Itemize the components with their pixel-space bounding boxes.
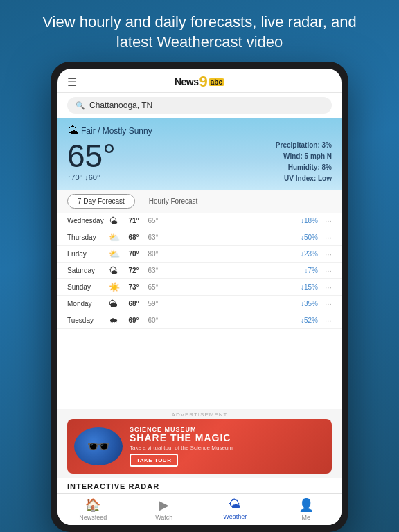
forecast-row[interactable]: Tuesday 🌧 69° 60° ↓52% ··· <box>57 312 342 329</box>
forecast-weather-icon: ☀️ <box>109 282 124 292</box>
bottom-nav: 🏠 Newsfeed ▶ Watch 🌤 Weather 👤 Me <box>57 493 342 525</box>
forecast-more-icon[interactable]: ··· <box>318 299 332 309</box>
tab-7day[interactable]: 7 Day Forecast <box>67 194 135 209</box>
tablet-device: ☰ News 9 abc 🔍 Chattanooga, TN 🌤 Fair / … <box>51 62 348 532</box>
watch-icon: ▶ <box>159 497 169 513</box>
forecast-weather-icon: ⛅ <box>109 249 124 259</box>
weather-condition-row: 🌤 Fair / Mostly Sunny <box>67 125 332 137</box>
wind-row: Wind: 5 mph N <box>276 151 332 162</box>
weather-condition-icon: 🌤 <box>67 125 78 137</box>
logo-abc-text: abc <box>209 78 224 86</box>
forecast-hi: 69° <box>124 317 143 324</box>
tab-hourly[interactable]: Hourly Forecast <box>142 194 205 209</box>
humidity-row: Humidity: 8% <box>276 162 332 173</box>
temp-low-val: ↓60° <box>85 173 100 181</box>
uv-row: UV Index: Low <box>276 173 332 184</box>
forecast-day: Monday <box>67 300 109 308</box>
app-logo: News 9 abc <box>175 74 224 89</box>
forecast-precip: ↓15% <box>293 283 318 291</box>
forecast-row[interactable]: Monday 🌥 68° 59° ↓35% ··· <box>57 296 342 312</box>
forecast-lo: 59° <box>143 300 163 308</box>
forecast-weather-icon: 🌤 <box>109 215 124 226</box>
tablet-screen: ☰ News 9 abc 🔍 Chattanooga, TN 🌤 Fair / … <box>57 69 342 525</box>
me-icon: 👤 <box>299 497 314 513</box>
forecast-day: Wednesday <box>67 217 109 224</box>
humidity-value: 8% <box>322 163 332 171</box>
forecast-weather-icon: 🌧 <box>109 315 124 326</box>
forecast-lo: 65° <box>143 217 163 224</box>
forecast-lo: 60° <box>143 317 163 324</box>
ad-banner[interactable]: 🕶️ SCIENCE MUSEUM SHARE THE MAGIC Take a… <box>67 419 332 474</box>
nav-item-watch[interactable]: ▶ Watch <box>129 497 200 521</box>
ad-headline: SHARE THE MAGIC <box>130 433 325 443</box>
wind-value: 5 mph N <box>305 152 332 160</box>
forecast-lo: 80° <box>143 250 163 258</box>
forecast-precip: ↓7% <box>293 267 318 274</box>
forecast-hi: 68° <box>124 300 143 308</box>
forecast-day: Friday <box>67 250 109 258</box>
ad-cta-button[interactable]: TAKE TOUR <box>130 454 178 467</box>
nav-item-newsfeed[interactable]: 🏠 Newsfeed <box>57 497 129 521</box>
ad-section: ADVERTISEMENT 🕶️ SCIENCE MUSEUM SHARE TH… <box>57 409 342 478</box>
weather-icon: 🌤 <box>229 497 241 512</box>
app-headline: View hourly and daily forecasts, live ra… <box>0 0 399 62</box>
search-icon: 🔍 <box>76 101 85 110</box>
forecast-precip: ↓23% <box>293 250 318 258</box>
weather-section: 🌤 Fair / Mostly Sunny 65° ↑70° ↓60° Prec… <box>57 118 342 190</box>
uv-label: UV Index: <box>284 175 316 182</box>
forecast-weather-icon: 🌥 <box>109 299 124 309</box>
weather-main-row: 65° ↑70° ↓60° Precipitation: 3% Wind: 5 … <box>67 140 332 184</box>
forecast-more-icon[interactable]: ··· <box>318 233 332 242</box>
app-header: ☰ News 9 abc <box>57 69 342 93</box>
forecast-precip: ↓18% <box>293 217 318 224</box>
precip-value: 3% <box>322 141 332 149</box>
wind-label: Wind: <box>283 152 303 160</box>
forecast-tabs: 7 Day Forecast Hourly Forecast <box>57 190 342 213</box>
forecast-lo: 63° <box>143 233 163 241</box>
hamburger-icon[interactable]: ☰ <box>67 76 77 89</box>
ad-image: 🕶️ <box>74 427 123 466</box>
logo-9-text: 9 <box>200 74 208 89</box>
temperature-area: 65° ↑70° ↓60° <box>67 140 116 181</box>
ad-content: SCIENCE MUSEUM SHARE THE MAGIC Take a vi… <box>130 426 325 467</box>
radar-section: INTERACTIVE RADAR <box>57 478 342 493</box>
forecast-row[interactable]: Thursday ⛅ 68° 63° ↓50% ··· <box>57 229 342 246</box>
forecast-hi: 70° <box>124 250 143 258</box>
forecast-row[interactable]: Saturday 🌤 72° 63° ↓7% ··· <box>57 263 342 279</box>
me-label: Me <box>301 514 310 521</box>
forecast-row[interactable]: Wednesday 🌤 71° 65° ↓18% ··· <box>57 213 342 229</box>
nav-item-me[interactable]: 👤 Me <box>271 497 342 521</box>
precip-row: Precipitation: 3% <box>276 140 332 151</box>
forecast-lo: 65° <box>143 283 163 291</box>
forecast-hi: 68° <box>124 233 143 241</box>
forecast-weather-icon: ⛅ <box>109 232 124 242</box>
search-location: Chattanooga, TN <box>89 100 152 110</box>
weather-condition-text: Fair / Mostly Sunny <box>81 126 152 136</box>
forecast-table: Wednesday 🌤 71° 65° ↓18% ··· Thursday ⛅ … <box>57 213 342 408</box>
newsfeed-icon: 🏠 <box>85 497 100 513</box>
forecast-row[interactable]: Friday ⛅ 70° 80° ↓23% ··· <box>57 246 342 263</box>
search-bar[interactable]: 🔍 Chattanooga, TN <box>67 97 332 114</box>
forecast-more-icon[interactable]: ··· <box>318 266 332 276</box>
uv-value: Low <box>318 175 332 182</box>
forecast-more-icon[interactable]: ··· <box>318 316 332 326</box>
forecast-lo: 63° <box>143 267 163 274</box>
forecast-more-icon[interactable]: ··· <box>318 283 332 292</box>
forecast-day: Tuesday <box>67 317 109 324</box>
ad-label: ADVERTISEMENT <box>57 411 342 418</box>
current-temp: 65° <box>67 140 116 172</box>
forecast-row[interactable]: Sunday ☀️ 73° 65° ↓15% ··· <box>57 279 342 296</box>
forecast-precip: ↓50% <box>293 233 318 241</box>
weather-details: Precipitation: 3% Wind: 5 mph N Humidity… <box>276 140 332 184</box>
ad-subtext: Take a virtual tour of the Science Museu… <box>130 445 325 451</box>
forecast-more-icon[interactable]: ··· <box>318 249 332 259</box>
watch-label: Watch <box>155 514 172 521</box>
forecast-weather-icon: 🌤 <box>109 265 124 276</box>
logo-news-text: News <box>175 76 199 87</box>
forecast-precip: ↓35% <box>293 300 318 308</box>
forecast-more-icon[interactable]: ··· <box>318 216 332 226</box>
forecast-day: Thursday <box>67 233 109 241</box>
forecast-hi: 72° <box>124 267 143 274</box>
nav-item-weather[interactable]: 🌤 Weather <box>200 497 271 521</box>
forecast-day: Saturday <box>67 267 109 274</box>
